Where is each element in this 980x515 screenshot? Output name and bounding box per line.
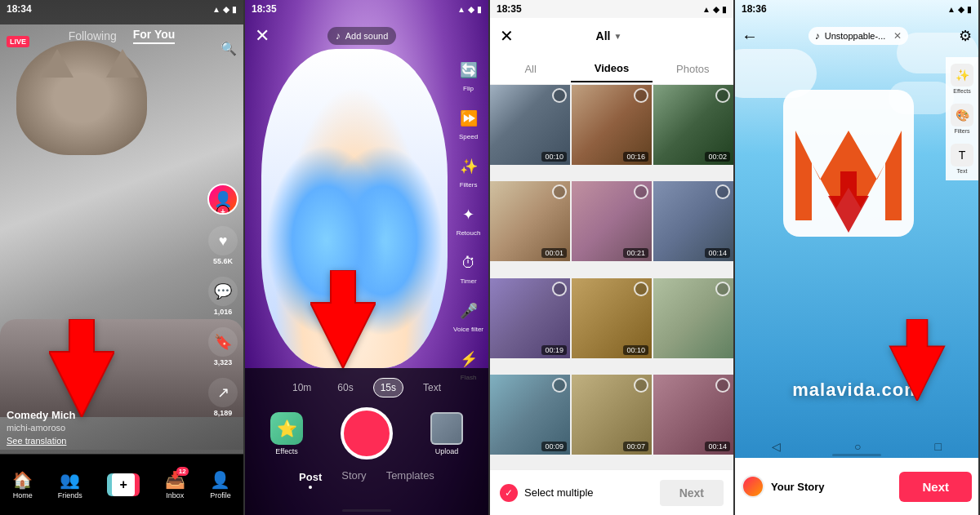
red-arrow-down-2	[310, 270, 376, 368]
like-count: 55.6K	[213, 257, 233, 265]
tab-videos[interactable]: Videos	[571, 55, 652, 82]
tab-for-you[interactable]: For You	[133, 28, 176, 44]
mode-story[interactable]: Story	[341, 469, 366, 489]
share-action[interactable]: ↗ 8,189	[208, 378, 238, 417]
upload-button[interactable]: Upload	[430, 412, 463, 455]
media-item-2[interactable]: 00:16	[572, 85, 652, 165]
picker-next-button[interactable]: Next	[660, 480, 724, 506]
search-icon[interactable]: 🔍	[220, 41, 237, 56]
flip-tool[interactable]: 🔄 Flip	[456, 57, 482, 92]
add-button[interactable]: +	[107, 473, 140, 496]
settings-icon[interactable]: ⚙	[959, 27, 972, 45]
nav-inbox[interactable]: 📥 12 Inbox	[165, 470, 185, 499]
duration-12: 00:14	[705, 442, 730, 451]
wifi-icon-2: ◆	[468, 5, 474, 14]
like-action[interactable]: ♥ 55.6K	[208, 226, 238, 265]
sound-close-icon[interactable]: ✕	[893, 30, 902, 42]
close-picker-button[interactable]: ✕	[500, 26, 514, 46]
select-circle-11	[634, 378, 648, 393]
malavida-header: ← ♪ Unstoppable-... ✕ ⚙	[735, 18, 978, 54]
media-item-3[interactable]: 00:02	[653, 85, 733, 165]
timer-text[interactable]: Text	[416, 379, 448, 397]
media-item-1[interactable]: 00:10	[490, 85, 570, 165]
effects-button[interactable]: ⭐ Effects	[270, 412, 303, 455]
flip-label: Flip	[463, 85, 474, 92]
mode-tabs: Post Story Templates	[245, 463, 488, 495]
add-sound-label: Add sound	[345, 31, 389, 41]
filters-tool-4[interactable]: 🎨 Filters	[951, 104, 973, 134]
timer-tool[interactable]: ⏱ Timer	[456, 250, 482, 285]
nav-profile-label: Profile	[210, 491, 231, 499]
panel-media-picker: 18:35 ▲ ◆ ▮ ✕ All ▼ All Videos Photos 00…	[490, 0, 735, 515]
see-translation-link[interactable]: See translation	[7, 436, 76, 446]
media-item-12[interactable]: 00:14	[653, 375, 733, 455]
tab-following[interactable]: Following	[69, 29, 117, 42]
timer-60s[interactable]: 60s	[331, 379, 359, 397]
select-circle-1	[552, 88, 567, 103]
music-icon-4: ♪	[815, 30, 820, 42]
picker-title[interactable]: All ▼	[596, 29, 622, 42]
malavida-next-button[interactable]: Next	[899, 472, 972, 502]
media-item-4[interactable]: 00:01	[490, 181, 570, 261]
nav-add[interactable]: +	[107, 473, 140, 496]
media-item-11[interactable]: 00:07	[572, 375, 652, 455]
tab-all[interactable]: All	[490, 56, 571, 82]
select-multiple-option[interactable]: ✓ Select multiple	[500, 484, 594, 502]
timer-row: 10m 60s 15s Text	[245, 368, 488, 404]
nav-friends-label: Friends	[58, 491, 82, 499]
media-item-10[interactable]: 00:09	[490, 375, 570, 455]
music-note-icon: ♪	[336, 30, 341, 42]
nav-friends[interactable]: 👥 Friends	[58, 470, 82, 499]
bookmark-count: 3,323	[214, 358, 233, 366]
add-sound-button[interactable]: ♪ Add sound	[327, 27, 397, 45]
nav-profile[interactable]: 👤 Profile	[210, 470, 231, 499]
text-tool-4[interactable]: T Text	[951, 144, 973, 174]
media-item-9[interactable]	[653, 278, 733, 358]
timer-10m[interactable]: 10m	[286, 379, 318, 397]
status-time-4: 18:36	[742, 3, 767, 15]
duration-11: 00:07	[623, 442, 648, 451]
media-item-8[interactable]: 00:10	[572, 278, 652, 358]
record-button[interactable]	[341, 407, 393, 460]
media-grid: 00:10 00:16 00:02 00:01 00:21 00:14 00:1…	[490, 85, 733, 469]
voice-filter-tool[interactable]: 🎤 Voice filter	[453, 298, 483, 333]
filters-icon: ✨	[456, 153, 482, 180]
status-icons-4: ▲ ◆ ▮	[947, 5, 972, 14]
video-info: Comedy Mich michi-amoroso See translatio…	[7, 409, 76, 446]
your-story-section[interactable]: Your Story	[742, 475, 825, 498]
timer-15s[interactable]: 15s	[373, 378, 403, 397]
filters-tool[interactable]: ✨ Filters	[456, 153, 482, 189]
comment-action[interactable]: 💬 1,016	[208, 277, 238, 316]
header-tabs: Following For You	[69, 28, 176, 44]
nav-home[interactable]: 🏠 Home	[12, 470, 33, 499]
malavida-bottom-bar: Your Story Next	[735, 458, 978, 515]
status-time-1: 18:34	[7, 3, 32, 15]
avatar-container[interactable]: 👤 +	[207, 184, 238, 215]
media-item-7[interactable]: 00:19	[490, 278, 570, 358]
retouch-tool[interactable]: ✦ Retouch	[456, 202, 482, 237]
svg-marker-5	[890, 319, 945, 401]
speed-tool[interactable]: ⏩ Speed	[456, 105, 482, 140]
effects-label-4: Effects	[953, 88, 970, 94]
effects-tool-4[interactable]: ✨ Effects	[951, 64, 973, 94]
retouch-icon: ✦	[456, 202, 482, 228]
status-icons-3: ▲ ◆ ▮	[702, 5, 727, 14]
cat-head	[16, 41, 147, 155]
upload-label: Upload	[435, 447, 459, 455]
back-button[interactable]: ←	[742, 27, 758, 46]
nav-back-btn-4[interactable]: ◁	[772, 440, 781, 453]
bookmark-action[interactable]: 🔖 3,323	[208, 327, 238, 366]
sound-tag[interactable]: ♪ Unstoppable-... ✕	[808, 27, 909, 45]
media-item-6[interactable]: 00:14	[653, 181, 733, 261]
nav-recent-btn-4[interactable]: □	[935, 440, 942, 453]
timer-icon: ⏱	[456, 250, 482, 276]
duration-6: 00:14	[705, 248, 730, 258]
nav-home-btn-4[interactable]: ○	[854, 440, 861, 453]
effects-label: Effects	[275, 447, 297, 455]
media-item-5[interactable]: 00:21	[572, 181, 652, 261]
tab-photos[interactable]: Photos	[653, 56, 733, 82]
mode-post[interactable]: Post	[299, 469, 322, 489]
mode-templates[interactable]: Templates	[386, 469, 434, 489]
close-camera-button[interactable]: ✕	[255, 25, 270, 47]
filter-tabs: All Videos Photos	[490, 54, 733, 85]
